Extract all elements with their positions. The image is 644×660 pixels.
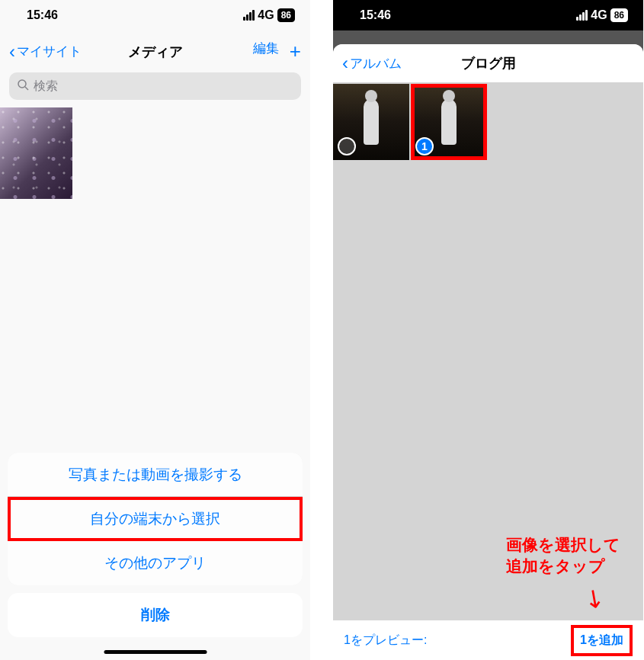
status-bar: 15:46 4G 86: [0, 0, 310, 30]
status-indicators: 4G 86: [576, 8, 628, 22]
battery-icon: 86: [277, 8, 295, 22]
chevron-left-icon: ‹: [9, 41, 15, 62]
search-placeholder: 検索: [34, 78, 58, 95]
back-label: アルバム: [350, 55, 402, 72]
svg-point-0: [18, 80, 26, 88]
page-title: メディア: [128, 43, 183, 61]
home-indicator[interactable]: [104, 650, 207, 654]
photo-thumbnail[interactable]: [333, 84, 409, 160]
preview-button[interactable]: 1をプレビュー:: [344, 633, 427, 649]
add-button[interactable]: +: [290, 40, 301, 63]
signal-icon: [243, 10, 255, 21]
action-delete[interactable]: 削除: [8, 593, 303, 637]
photo-grid: 1: [333, 82, 643, 160]
edit-button[interactable]: 編集: [253, 40, 279, 63]
selection-badge: 1: [415, 137, 434, 155]
bottom-toolbar: 1をプレビュー: 1を追加: [333, 620, 643, 660]
media-grid: [0, 107, 310, 199]
battery-icon: 86: [610, 8, 628, 22]
page-title: ブログ用: [461, 54, 516, 72]
network-label: 4G: [591, 8, 607, 22]
phone-screen-left: 15:46 4G 86 ‹ マイサイト メディア 編集 + 検索 写真または動画…: [0, 0, 310, 660]
network-label: 4G: [258, 8, 274, 22]
search-icon: [17, 78, 29, 94]
nav-actions: 編集 +: [253, 40, 301, 63]
nav-bar: ‹ アルバム ブログ用: [333, 44, 643, 82]
status-time: 15:46: [27, 8, 58, 22]
chevron-left-icon: ‹: [342, 53, 348, 74]
action-choose-device[interactable]: 自分の端末から選択: [8, 497, 303, 541]
photo-picker-sheet: ‹ アルバム ブログ用 1 画像を選択して 追加をタップ ↘ 1をプレビュー: …: [333, 44, 643, 660]
status-bar: 15:46 4G 86: [333, 0, 643, 30]
action-other-apps[interactable]: その他のアプリ: [8, 541, 303, 585]
back-button[interactable]: ‹ マイサイト: [9, 41, 82, 62]
action-sheet: 写真または動画を撮影する 自分の端末から選択 その他のアプリ 削除: [0, 453, 310, 660]
action-group: 写真または動画を撮影する 自分の端末から選択 その他のアプリ: [8, 453, 303, 585]
signal-icon: [576, 10, 588, 21]
back-button[interactable]: ‹ アルバム: [342, 53, 402, 74]
status-time: 15:46: [360, 8, 391, 22]
photo-thumbnail-selected[interactable]: 1: [411, 84, 487, 160]
action-capture[interactable]: 写真または動画を撮影する: [8, 453, 303, 497]
search-input[interactable]: 検索: [9, 72, 301, 100]
media-thumbnail[interactable]: [0, 107, 72, 199]
status-indicators: 4G 86: [243, 8, 295, 22]
svg-line-1: [25, 87, 28, 90]
back-label: マイサイト: [17, 43, 82, 60]
add-selected-button[interactable]: 1を追加: [571, 625, 633, 656]
phone-screen-right: 15:46 4G 86 ‹ アルバム ブログ用 1: [333, 0, 643, 660]
selection-indicator: [338, 137, 356, 155]
annotation-arrow-icon: ↘: [578, 581, 612, 617]
nav-bar: ‹ マイサイト メディア 編集 +: [0, 30, 310, 72]
annotation-text: 画像を選択して 追加をタップ: [506, 534, 620, 576]
